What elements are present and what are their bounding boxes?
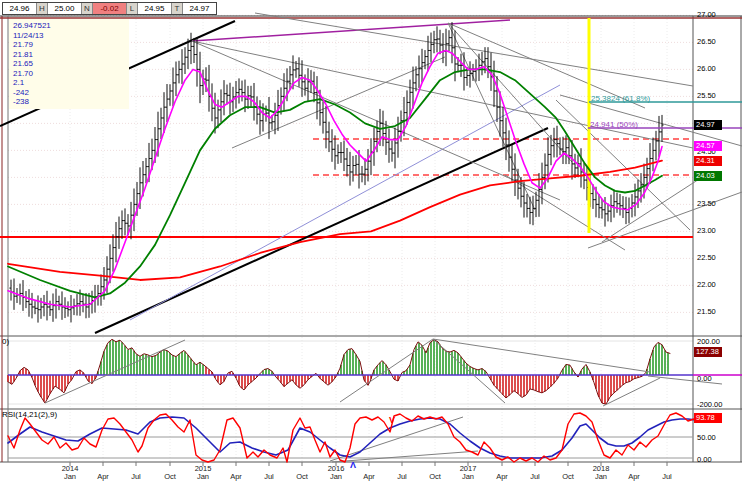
trendline-gray-5 xyxy=(192,41,560,200)
osc-trendline-5 xyxy=(648,376,722,384)
trendline-purple-3 xyxy=(192,20,510,41)
rsi-trendline-0 xyxy=(330,417,463,461)
trendline-gray-9 xyxy=(448,23,572,162)
osc-trendline-2 xyxy=(433,339,650,372)
trendline-gray-6 xyxy=(255,13,693,86)
ma-mid-green xyxy=(8,69,662,297)
charting-app-window: VΛ 24.96 H 25.00 N -0.02 L 24.95 T 24.97… xyxy=(0,0,742,482)
buy-arrow-marker: Λ xyxy=(350,460,356,470)
ma-fast-magenta xyxy=(8,50,662,307)
sell-arrow-marker: V xyxy=(389,415,395,425)
chart-canvas[interactable]: VΛ xyxy=(0,0,742,482)
trendline-gray-8 xyxy=(448,23,535,210)
trendline-violet-2 xyxy=(130,85,560,320)
trendline-gray-10 xyxy=(448,23,645,108)
ma-slow-red xyxy=(8,161,662,280)
